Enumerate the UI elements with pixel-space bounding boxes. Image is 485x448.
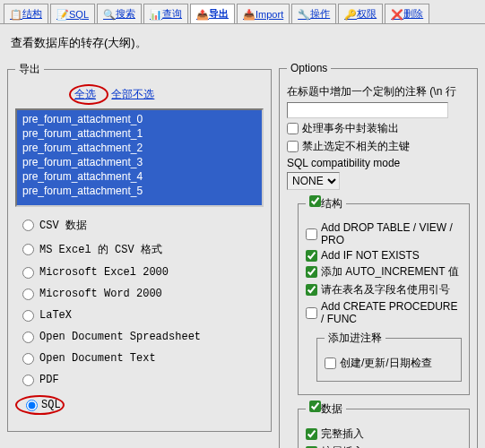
- format-pdf[interactable]: [22, 375, 34, 386]
- use-backquotes-checkbox[interactable]: [306, 284, 317, 296]
- data-toggle[interactable]: [309, 401, 321, 412]
- data-fieldset: 数据 完整插入 扩展插入 Maximal length of created q…: [298, 401, 470, 448]
- disable-fk-checkbox[interactable]: [287, 141, 299, 152]
- tab-export[interactable]: 📤导出: [190, 4, 235, 23]
- add-ifnotexists-checkbox[interactable]: [306, 250, 317, 262]
- add-comments-fieldset: 添加进注释 创建/更新/日期检查: [316, 331, 462, 382]
- export-legend: 导出: [15, 62, 44, 77]
- format-word2000[interactable]: [22, 289, 34, 300]
- import-icon: 📥: [243, 9, 254, 20]
- unselect-all-link[interactable]: 全部不选: [111, 88, 154, 100]
- structure-fieldset: 结构 Add DROP TABLE / VIEW / PRO Add IF NO…: [298, 195, 470, 395]
- options-fieldset: Options 在标题中增加一个定制的注释 (\n 行 处理事务中封装输出 禁止…: [279, 62, 478, 448]
- format-odt[interactable]: [22, 353, 34, 365]
- table-select[interactable]: pre_forum_attachment_0 pre_forum_attachm…: [15, 108, 264, 207]
- format-csv[interactable]: [22, 220, 34, 231]
- custom-comment-label: 在标题中增加一个定制的注释 (\n 行: [287, 84, 470, 99]
- tab-query[interactable]: 📊查询: [143, 4, 188, 23]
- tab-bar: 📋结构 📝SQL 🔍搜索 📊查询 📤导出 📥Import 🔧操作 🔑权限 ❌删除: [0, 0, 485, 24]
- tab-privileges[interactable]: 🔑权限: [338, 4, 383, 23]
- list-item[interactable]: pre_forum_attachment_3: [19, 155, 260, 169]
- sql-compat-select[interactable]: NONE: [287, 172, 340, 190]
- add-drop-checkbox[interactable]: [306, 228, 317, 240]
- enclose-transaction-checkbox[interactable]: [287, 123, 299, 134]
- structure-icon: 📋: [10, 9, 21, 20]
- format-ods[interactable]: [22, 332, 34, 343]
- list-item[interactable]: pre_forum_attachment_5: [19, 184, 260, 198]
- format-excel2000[interactable]: [22, 267, 34, 279]
- sql-compat-label: SQL compatibility mode: [287, 157, 470, 169]
- tab-import[interactable]: 📥Import: [237, 4, 290, 23]
- tab-drop[interactable]: ❌删除: [385, 4, 429, 23]
- list-item[interactable]: pre_forum_attachment_0: [19, 112, 260, 126]
- tab-structure[interactable]: 📋结构: [4, 4, 48, 23]
- add-autoinc-checkbox[interactable]: [306, 266, 317, 278]
- drop-icon: ❌: [391, 9, 402, 20]
- query-icon: 📊: [150, 9, 160, 20]
- select-all-link[interactable]: 全选: [74, 88, 96, 100]
- custom-comment-input[interactable]: [287, 102, 448, 118]
- tab-sql[interactable]: 📝SQL: [50, 4, 95, 23]
- privileges-icon: 🔑: [344, 9, 355, 20]
- page-title: 查看数据库的转存(大纲)。: [7, 31, 478, 55]
- export-icon: 📤: [196, 9, 207, 20]
- list-item[interactable]: pre_forum_attachment_2: [19, 141, 260, 155]
- creation-dates-checkbox[interactable]: [325, 358, 336, 369]
- add-createproc-checkbox[interactable]: [306, 307, 317, 319]
- operations-icon: 🔧: [298, 9, 308, 20]
- sql-icon: 📝: [56, 9, 67, 20]
- options-legend: Options: [287, 62, 331, 74]
- format-sql[interactable]: [26, 400, 38, 411]
- list-item[interactable]: pre_forum_attachment_4: [19, 169, 260, 184]
- search-icon: 🔍: [103, 9, 114, 20]
- complete-inserts-checkbox[interactable]: [306, 428, 317, 440]
- format-latex[interactable]: [22, 310, 34, 322]
- export-fieldset: 导出 全选 全部不选 pre_forum_attachment_0 pre_fo…: [7, 62, 272, 432]
- format-csv-excel[interactable]: [22, 244, 34, 255]
- structure-toggle[interactable]: [309, 195, 321, 207]
- tab-search[interactable]: 🔍搜索: [97, 4, 142, 23]
- tab-operations[interactable]: 🔧操作: [291, 4, 336, 23]
- list-item[interactable]: pre_forum_attachment_1: [19, 126, 260, 141]
